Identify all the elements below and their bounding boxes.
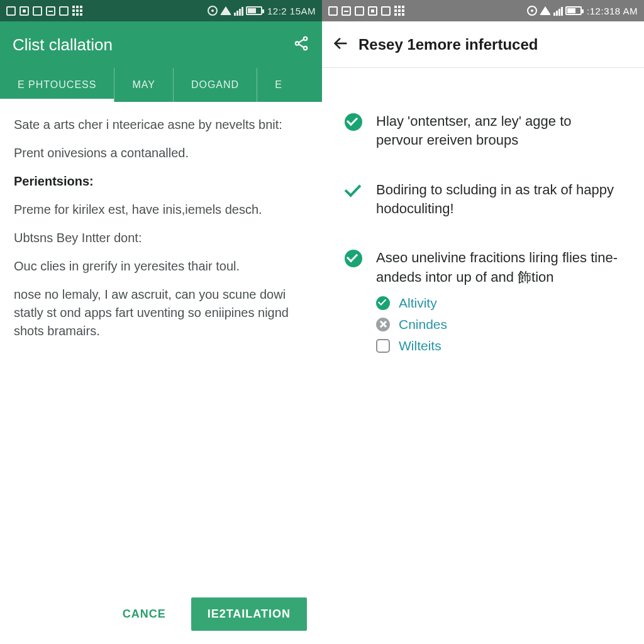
sub-option[interactable]: Altivity	[376, 296, 621, 311]
clock: 12:2 15AM	[267, 6, 316, 16]
share-button[interactable]	[293, 35, 309, 54]
check-circle-icon	[345, 113, 362, 131]
page-title: Resey 1emore infertuced	[358, 36, 538, 53]
cross-circle-icon	[376, 318, 390, 331]
svg-line-3	[299, 40, 304, 43]
app-bar: Resey 1emore infertuced	[322, 21, 644, 68]
status-icon	[72, 6, 82, 16]
back-button[interactable]	[332, 35, 350, 55]
tab-ephtoucess[interactable]: E PHTOUCESS	[0, 68, 114, 102]
status-system-icons: :12:318 AM	[527, 6, 638, 16]
svg-line-4	[299, 44, 304, 47]
status-icon	[46, 6, 55, 16]
check-circle-icon	[345, 250, 362, 267]
app-bar: Clist clallation	[0, 21, 322, 68]
tab-dogand[interactable]: DOGAND	[173, 68, 257, 102]
status-icon	[19, 6, 29, 16]
check-circle-icon	[376, 296, 390, 310]
checklist-item: Hlay 'ontentser, anz ley' agge to pervou…	[345, 112, 621, 150]
content-body: Hlay 'ontentser, anz ley' agge to pervou…	[322, 68, 644, 644]
status-icon	[33, 6, 42, 16]
sub-option[interactable]: Cnindes	[376, 317, 621, 332]
signal-icon	[553, 6, 563, 16]
status-icon	[6, 6, 16, 16]
checklist-text: Aseo unelivine fracitions liring flies t…	[376, 248, 621, 287]
tab-more[interactable]: E	[257, 68, 300, 102]
signal-icon	[234, 6, 243, 16]
checklist-item: Bodiring to scluding in as trak of happy…	[345, 180, 621, 219]
body-text: Preme for kirilex est, have inis,iemels …	[14, 201, 308, 219]
status-icon	[355, 6, 364, 16]
footer-actions: CANCE IE2TAILATION	[0, 584, 322, 644]
status-icon	[341, 6, 351, 16]
body-text: Ouc clies in grerify in yeresites thair …	[14, 257, 308, 275]
status-bar: :12:318 AM	[322, 0, 644, 21]
sub-option[interactable]: Wilteits	[376, 338, 621, 353]
status-icon	[59, 6, 69, 16]
body-text: Prent onivesions a contanalled.	[14, 144, 308, 162]
checklist-item: Aseo unelivine fracitions liring flies t…	[345, 248, 621, 287]
body-text: Sate a arts cher i nteericae asne by nev…	[14, 116, 308, 134]
status-notification-icons	[328, 6, 404, 16]
status-system-icons: 12:2 15AM	[208, 6, 316, 16]
status-icon	[368, 6, 377, 16]
checklist-text: Bodiring to scluding in as trak of happy…	[376, 180, 621, 219]
back-arrow-icon	[332, 35, 350, 52]
wifi-icon	[220, 6, 231, 15]
section-heading: Perientsions:	[14, 174, 94, 188]
primary-button[interactable]: IE2TAILATION	[191, 597, 307, 631]
sub-option-label: Wilteits	[399, 338, 441, 353]
sub-option-list: Altivity Cnindes Wilteits	[376, 296, 621, 353]
status-notification-icons	[6, 6, 82, 16]
battery-icon	[246, 6, 262, 15]
status-icon	[381, 6, 391, 16]
sub-option-label: Altivity	[399, 296, 437, 311]
hotspot-icon	[527, 6, 537, 16]
checklist-text: Hlay 'ontentser, anz ley' agge to pervou…	[376, 112, 621, 150]
wifi-icon	[540, 6, 551, 15]
tab-bar: E PHTOUCESS MAY DOGAND E	[0, 68, 322, 102]
clock: :12:318 AM	[587, 6, 638, 16]
status-icon	[328, 6, 338, 16]
page-title: Clist clallation	[13, 35, 293, 55]
sub-option-label: Cnindes	[399, 317, 447, 332]
body-text: nose no lemaly, I aw ascruit, can you sc…	[14, 286, 308, 340]
right-screen: :12:318 AM Resey 1emore infertuced Hlay …	[322, 0, 644, 644]
share-icon	[293, 35, 309, 52]
status-bar: 12:2 15AM	[0, 0, 322, 21]
battery-icon	[565, 6, 582, 15]
content-body: Sate a arts cher i nteericae asne by nev…	[0, 102, 322, 584]
check-icon	[345, 182, 362, 199]
empty-checkbox-icon	[376, 339, 390, 353]
hotspot-icon	[208, 6, 218, 16]
left-screen: 12:2 15AM Clist clallation E PHTOUCESS M…	[0, 0, 322, 644]
status-icon	[394, 6, 404, 16]
cancel-button[interactable]: CANCE	[110, 599, 179, 630]
tab-may[interactable]: MAY	[114, 68, 172, 102]
body-text: Ubtsns Bey Intter dont:	[14, 229, 308, 247]
